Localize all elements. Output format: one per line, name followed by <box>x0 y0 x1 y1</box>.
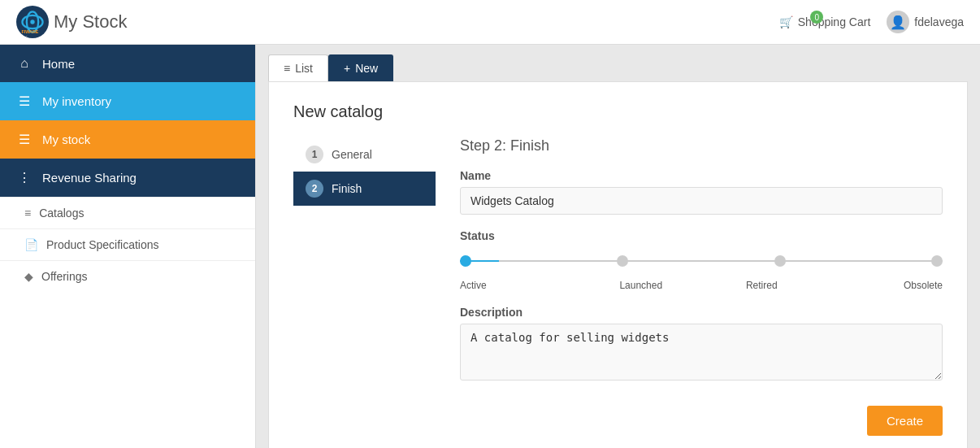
cart-icon: 🛒 <box>779 15 793 28</box>
tab-list[interactable]: ≡ List <box>268 54 328 81</box>
topbar-right: 0 🛒 Shopping Cart 👤 fdelavega <box>779 11 964 33</box>
sidebar-item-catalogs-label: Catalogs <box>39 207 84 220</box>
product-specs-icon: 📄 <box>24 238 38 251</box>
sidebar-submenu: ≡ Catalogs 📄 Product Specifications ◆ Of… <box>0 197 255 292</box>
step-general-label: General <box>332 148 372 161</box>
step-finish-num: 2 <box>306 180 323 198</box>
offerings-icon: ◆ <box>24 270 33 283</box>
status-dot-launched <box>617 255 628 267</box>
step-title: Step 2: Finish <box>460 137 943 154</box>
description-field-group: Description A catalog for selling widget… <box>460 306 943 383</box>
user-menu-button[interactable]: 👤 fdelavega <box>887 11 964 33</box>
app-title: My Stock <box>54 11 127 33</box>
step-finish-label: Finish <box>332 182 362 195</box>
shopping-cart-button[interactable]: 0 🛒 Shopping Cart <box>779 15 871 28</box>
status-label: Status <box>460 229 943 242</box>
svg-text:tmforum: tmforum <box>22 36 37 37</box>
status-dot-obsolete <box>931 255 943 267</box>
name-label: Name <box>460 169 943 182</box>
inventory-icon: ☰ <box>16 94 33 109</box>
user-name: fdelavega <box>914 15 964 28</box>
step-general[interactable]: 1 General <box>293 137 436 172</box>
list-icon: ≡ <box>284 62 290 75</box>
form-body: 1 General 2 Finish Step 2: Finish Name <box>293 137 943 436</box>
description-input[interactable]: A catalog for selling widgets <box>460 324 943 381</box>
plus-icon: + <box>344 62 350 75</box>
step-finish[interactable]: 2 Finish <box>293 172 436 206</box>
tabs-bar: ≡ List + New <box>256 45 980 81</box>
mystock-icon: ☰ <box>16 132 33 147</box>
revenue-icon: ⋮ <box>16 170 33 185</box>
sidebar-item-product-specs-label: Product Specifications <box>46 238 159 251</box>
catalogs-icon: ≡ <box>24 207 31 220</box>
status-field-group: Status Active <box>460 229 943 291</box>
sidebar-item-inventory-label: My inventory <box>42 94 111 108</box>
sidebar-item-inventory[interactable]: ☰ My inventory <box>0 82 255 120</box>
logo: FIWARE tmforum My Stock <box>16 6 127 38</box>
status-dots <box>460 255 943 267</box>
sidebar-item-home[interactable]: ⌂ Home <box>0 45 255 82</box>
step-general-num: 1 <box>306 146 323 163</box>
status-launched-label: Launched <box>581 280 702 291</box>
tab-new[interactable]: + New <box>328 54 393 81</box>
tab-new-label: New <box>355 62 378 75</box>
sidebar-item-product-specs[interactable]: 📄 Product Specifications <box>0 229 255 260</box>
status-slider[interactable] <box>460 249 943 273</box>
create-button[interactable]: Create <box>867 406 943 436</box>
status-dot-retired <box>774 255 786 267</box>
home-icon: ⌂ <box>16 56 33 71</box>
name-field-group: Name <box>460 169 943 215</box>
sidebar-item-home-label: Home <box>42 57 75 71</box>
cart-label: Shopping Cart <box>798 15 871 28</box>
sidebar-item-revenue-label: Revenue Sharing <box>42 171 137 185</box>
status-dot-active <box>460 255 471 267</box>
user-avatar-icon: 👤 <box>887 11 909 33</box>
description-label: Description <box>460 306 943 319</box>
main-content: ≡ List + New New catalog 1 General 2 <box>256 45 980 448</box>
status-active-label: Active <box>460 280 581 291</box>
sidebar-item-mystock[interactable]: ☰ My stock <box>0 120 255 159</box>
form-panel: New catalog 1 General 2 Finish Step 2: F… <box>268 81 968 448</box>
sidebar-item-revenue[interactable]: ⋮ Revenue Sharing <box>0 159 255 197</box>
steps-column: 1 General 2 Finish <box>293 137 436 436</box>
sidebar-item-catalogs[interactable]: ≡ Catalogs <box>0 198 255 228</box>
topbar-left: FIWARE tmforum My Stock <box>16 6 127 38</box>
sidebar-item-offerings[interactable]: ◆ Offerings <box>0 261 255 292</box>
form-fields: Step 2: Finish Name Status <box>436 137 943 436</box>
main-layout: ⌂ Home ☰ My inventory ☰ My stock ⋮ Reven… <box>0 45 980 448</box>
svg-point-3 <box>30 20 34 24</box>
sidebar: ⌂ Home ☰ My inventory ☰ My stock ⋮ Reven… <box>0 45 256 448</box>
status-retired-label: Retired <box>701 280 822 291</box>
status-labels: Active Launched Retired Obsolete <box>460 280 943 291</box>
sidebar-item-offerings-label: Offerings <box>41 270 88 283</box>
logo-icon: FIWARE tmforum <box>16 6 49 38</box>
name-input[interactable] <box>460 187 943 215</box>
topbar: FIWARE tmforum My Stock 0 🛒 Shopping Car… <box>0 0 980 45</box>
tab-list-label: List <box>295 62 313 75</box>
sidebar-item-mystock-label: My stock <box>42 133 90 146</box>
form-title: New catalog <box>293 102 943 121</box>
svg-text:FIWARE: FIWARE <box>22 29 39 34</box>
status-obsolete-label: Obsolete <box>822 280 943 291</box>
